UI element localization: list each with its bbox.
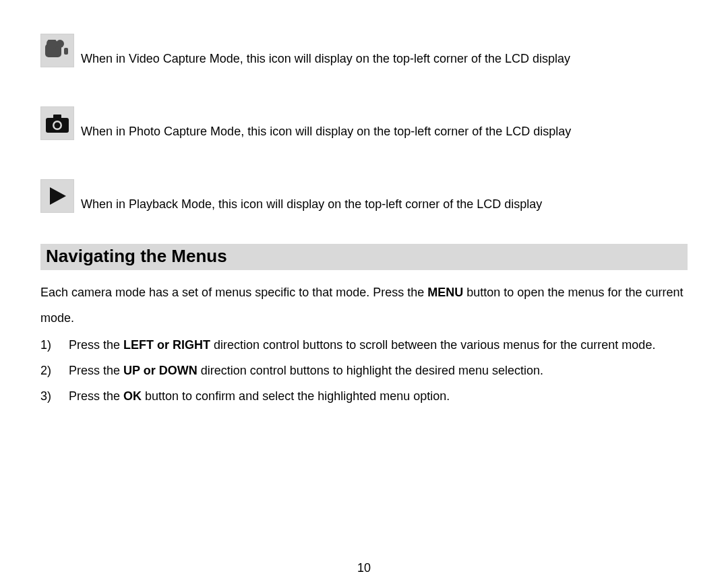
step-post: direction control buttons to highlight t… — [198, 364, 543, 377]
svg-marker-8 — [50, 187, 66, 205]
list-item: 1) Press the LEFT or RIGHT direction con… — [40, 332, 688, 358]
step-pre: Press the — [69, 389, 123, 403]
list-item: 2) Press the UP or DOWN direction contro… — [40, 358, 688, 383]
list-body: Press the LEFT or RIGHT direction contro… — [69, 332, 688, 358]
icon-text: When in Video Capture Mode, this icon wi… — [81, 51, 570, 67]
svg-point-7 — [55, 123, 61, 129]
step-post: button to confirm and select the highlig… — [142, 389, 450, 403]
icon-row-video: When in Video Capture Mode, this icon wi… — [40, 34, 688, 67]
list-num: 2) — [40, 358, 69, 383]
list-body: Press the OK button to confirm and selec… — [69, 383, 688, 409]
icon-text: When in Photo Capture Mode, this icon wi… — [81, 124, 571, 140]
step-bold: LEFT or RIGHT — [123, 338, 210, 352]
intro-paragraph: Each camera mode has a set of menus spec… — [40, 280, 688, 331]
step-bold: UP or DOWN — [123, 364, 198, 377]
video-capture-icon — [40, 34, 74, 67]
icon-row-playback: When in Playback Mode, this icon will di… — [40, 179, 688, 213]
document-page: When in Video Capture Mode, this icon wi… — [0, 0, 728, 582]
intro-pre: Each camera mode has a set of menus spec… — [40, 286, 427, 299]
section-heading: Navigating the Menus — [40, 244, 688, 270]
icon-text: When in Playback Mode, this icon will di… — [81, 197, 542, 213]
steps-list: 1) Press the LEFT or RIGHT direction con… — [40, 332, 688, 409]
step-pre: Press the — [69, 364, 123, 377]
step-pre: Press the — [69, 338, 123, 352]
list-num: 1) — [40, 332, 69, 358]
page-number: 10 — [0, 561, 728, 575]
svg-rect-3 — [64, 48, 68, 55]
photo-capture-icon — [40, 106, 74, 140]
icon-row-photo: When in Photo Capture Mode, this icon wi… — [40, 106, 688, 140]
list-item: 3) Press the OK button to confirm and se… — [40, 383, 688, 409]
playback-icon — [40, 179, 74, 213]
list-num: 3) — [40, 383, 69, 409]
svg-rect-5 — [53, 115, 61, 120]
step-bold: OK — [123, 389, 142, 403]
intro-bold: MENU — [427, 286, 463, 299]
step-post: direction control buttons to scroll betw… — [210, 338, 655, 352]
list-body: Press the UP or DOWN direction control b… — [69, 358, 688, 383]
